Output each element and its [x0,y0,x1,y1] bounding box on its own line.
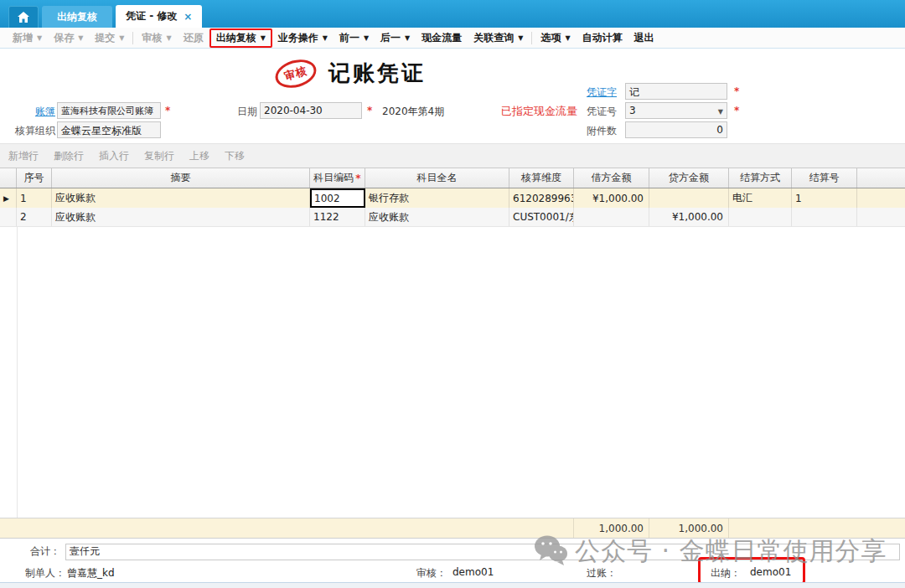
add-row-button[interactable]: 新增行 [8,149,39,163]
totals-blank [52,518,310,538]
toolbar-separator [132,32,133,44]
submit-button[interactable]: 提交▼ [89,29,130,47]
copy-row-button[interactable]: 复制行 [144,149,174,163]
totals-blank [310,518,365,538]
next-button[interactable]: 后一▼ [375,29,416,47]
cell-account-name[interactable]: 银行存款 [365,188,509,208]
cell-dimension[interactable]: 61202899635 [509,188,574,208]
voucher-word-field[interactable]: 记 [625,83,727,100]
cell-dimension[interactable]: CUST0001/东 [509,208,574,226]
header-indicator [0,168,17,188]
cell-seq[interactable]: 2 [17,208,52,226]
header-account-code: 科目编码* [310,168,365,188]
chevron-down-icon: ▼ [37,34,42,42]
cell-settle-no[interactable]: 1 [792,188,857,208]
auditor-value: demo01 [452,566,494,578]
cell-tail[interactable] [857,188,905,208]
totals-blank [729,518,792,538]
signer-row: 制单人： 曾嘉慧_kd 审核： demo01 过账： 出纳： demo01 [0,563,905,582]
related-query-button[interactable]: 关联查询▼ [468,29,529,47]
totals-blank [365,518,509,538]
chevron-down-icon: ▼ [718,108,723,116]
bottom-strip [0,582,905,588]
header-settle-no: 结算号 [792,168,857,188]
required-mark: * [355,173,360,184]
tab-home[interactable] [8,6,39,28]
attachments-field[interactable]: 0 [625,121,727,138]
audit-stamp: 审核 [272,55,320,93]
cell-settle-no[interactable] [792,208,857,226]
poster-label: 过账： [587,566,617,580]
cell-summary[interactable]: 应收账款 [52,188,310,208]
chevron-down-icon: ▼ [323,34,328,42]
chevron-down-icon: ▼ [119,34,124,42]
totals-blank [0,518,17,538]
row-toolbar: 新增行 删除行 插入行 复制行 上移 下移 [0,143,905,168]
cell-debit[interactable] [574,208,649,226]
restore-button[interactable]: 还原 [178,29,209,47]
org-label: 核算组织 [15,124,55,138]
tab-voucher-edit[interactable]: 凭证 - 修改 × [116,5,202,28]
business-ops-button[interactable]: 业务操作▼ [272,29,334,47]
cell-tail[interactable] [857,208,905,226]
cashier-review-button[interactable]: 出纳复核▼ [209,28,272,48]
cashflow-flag: 已指定现金流量 [501,104,577,119]
row-marker [0,208,17,226]
cell-summary[interactable]: 应收账款 [52,208,310,226]
attachments-label: 附件数 [587,124,617,138]
table-row[interactable]: ▶ 1 应收账款 1002 银行存款 61202899635 ¥1,000.00… [0,188,905,208]
cashflow-button[interactable]: 现金流量 [416,29,468,47]
required-mark: * [734,85,739,97]
page-title: 记账凭证 [328,59,426,88]
date-field[interactable]: 2020-04-30 [260,102,362,119]
move-up-button[interactable]: 上移 [189,149,209,163]
total-debit: 1,000.00 [574,518,649,538]
save-button[interactable]: 保存▼ [48,29,89,47]
totals-blank [857,518,905,538]
cell-settle-method[interactable] [729,208,792,226]
header-debit: 借方金额 [574,168,649,188]
tab-label: 出纳复核 [57,10,97,24]
chevron-down-icon: ▼ [261,34,266,42]
cell-debit[interactable]: ¥1,000.00 [574,188,649,208]
insert-row-button[interactable]: 插入行 [99,149,129,163]
row-marker-icon: ▶ [3,194,9,203]
org-field[interactable]: 金蝶云星空标准版 [57,121,161,138]
delete-row-button[interactable]: 删除行 [54,149,84,163]
cell-account-code-focused[interactable]: 1002 [310,188,365,208]
auditor-label: 审核： [416,566,447,580]
cell-credit[interactable] [649,188,729,208]
preparer-label: 制单人： [25,566,65,580]
exit-button[interactable]: 退出 [628,29,660,47]
close-icon[interactable]: × [184,11,192,23]
grid-empty-area-line [17,227,18,518]
move-down-button[interactable]: 下移 [225,149,245,163]
main-toolbar: 新增▼ 保存▼ 提交▼ 审核▼ 还原 出纳复核▼ 业务操作▼ 前一▼ 后一▼ 现… [0,28,905,49]
audit-button[interactable]: 审核▼ [136,29,177,47]
required-mark: * [734,105,739,116]
totals-blank [17,518,52,538]
voucher-word-link[interactable]: 凭证字 [587,85,617,100]
cell-account-name[interactable]: 应收账款 [365,208,509,226]
table-row[interactable]: 2 应收账款 1122 应收账款 CUST0001/东 ¥1,000.00 [0,208,905,227]
options-button[interactable]: 选项▼ [535,29,576,47]
cell-account-code[interactable]: 1122 [310,208,365,226]
cell-settle-method[interactable]: 电汇 [729,188,792,208]
voucher-no-select[interactable]: 3 ▼ [625,102,727,119]
chevron-down-icon: ▼ [565,34,570,42]
auto-calc-button[interactable]: 自动计算 [577,29,628,47]
prev-button[interactable]: 前一▼ [334,29,375,47]
preparer-value: 曾嘉慧_kd [67,566,115,580]
cell-credit[interactable]: ¥1,000.00 [649,208,729,226]
cell-seq[interactable]: 1 [17,188,52,208]
chevron-down-icon: ▼ [518,34,523,42]
voucher-no-label: 凭证号 [587,105,617,119]
new-button[interactable]: 新增▼ [7,29,48,47]
header-credit: 贷方金额 [649,168,729,188]
header-dimension: 核算维度 [509,168,574,188]
row-marker: ▶ [0,188,17,208]
account-book-field[interactable]: 蓝海科技有限公司账簿 [57,102,161,119]
chevron-down-icon: ▼ [166,34,171,42]
tab-cashier-review[interactable]: 出纳复核 [42,6,112,28]
account-book-link[interactable]: 账簿 [35,105,55,119]
